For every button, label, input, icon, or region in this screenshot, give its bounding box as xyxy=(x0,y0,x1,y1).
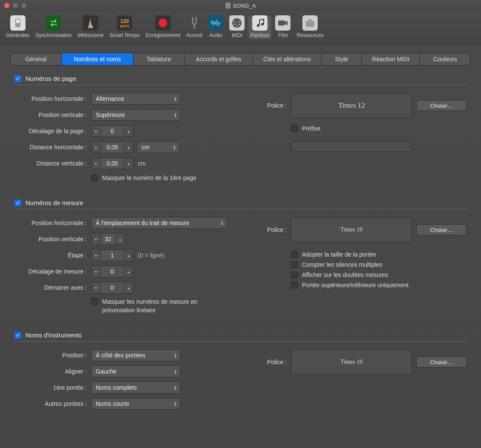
stepper-up-button[interactable]: ▴ xyxy=(115,234,125,245)
window-controls xyxy=(4,3,26,8)
page-font-display: Times 12 xyxy=(291,93,412,118)
toolbar-item-recording[interactable]: Enregistrement xyxy=(143,14,183,39)
chevron-updown-icon: ▴▾ xyxy=(174,369,176,374)
toolbar-item-audio[interactable]: Audio xyxy=(205,14,226,39)
stepper-down-button[interactable]: ▾ xyxy=(91,126,101,137)
page-unit-select[interactable]: cm ▴▾ xyxy=(137,141,179,153)
prefix-textfield[interactable] xyxy=(291,141,412,152)
sync-icon xyxy=(46,15,61,31)
instrument-names-checkbox[interactable]: ✓ xyxy=(14,332,21,339)
prefix-checkbox[interactable] xyxy=(291,125,298,132)
bar-step-stepper[interactable]: ▾ 1 ▴ xyxy=(91,249,134,261)
stepper-down-button[interactable]: ▾ xyxy=(91,282,101,293)
hide-linear-label: Masquer les numéros de mesure en présent… xyxy=(102,298,221,314)
toolbar-item-assets[interactable]: Ressources xyxy=(294,14,326,39)
tab-clefs[interactable]: Clés et altérations xyxy=(253,53,322,65)
tempo-icon: 120 AUTO xyxy=(117,15,132,31)
toolbar-item-metronome[interactable]: Métronome xyxy=(75,14,106,39)
tuning-fork-icon xyxy=(187,15,202,31)
tab-tablature[interactable]: Tablature xyxy=(134,53,185,65)
label-police: Police : xyxy=(261,226,291,233)
tab-general[interactable]: Général xyxy=(11,53,62,65)
label-dist-h: Distance horizontale : xyxy=(14,144,91,151)
close-window-button[interactable] xyxy=(4,3,9,8)
chevron-updown-icon: ▴▾ xyxy=(174,385,176,390)
toolbar-item-score[interactable]: Partition xyxy=(248,14,272,39)
label-pos-h: Position horizontale : xyxy=(14,220,91,226)
page-font-choose-button[interactable]: Choisir… xyxy=(416,100,467,111)
toolbar-item-synchronization[interactable]: Synchronisation xyxy=(33,14,74,39)
show-double-checkbox[interactable] xyxy=(291,271,298,278)
stepper-up-button[interactable]: ▴ xyxy=(124,158,133,169)
instrument-names-heading: Noms d'instruments xyxy=(26,331,82,339)
toolbar-item-smart-tempo[interactable]: 120 AUTO Smart Tempo xyxy=(107,14,142,39)
main-toolbar: Générales Synchronisation Métronome 120 … xyxy=(0,11,481,44)
page-numbers-checkbox[interactable]: ✓ xyxy=(14,75,21,82)
zoom-window-button[interactable] xyxy=(21,3,26,8)
svg-point-7 xyxy=(239,24,240,25)
page-pos-v-select[interactable]: Supérieure ▴▾ xyxy=(91,109,180,121)
page-pos-h-select[interactable]: Alternance ▴▾ xyxy=(91,93,180,105)
section-bar-numbers: ✓ Numéros de mesure Position horizontale… xyxy=(10,199,471,322)
score-icon xyxy=(252,15,268,31)
chevron-updown-icon: ▴▾ xyxy=(174,112,176,117)
toolbar-item-midi[interactable]: MIDI xyxy=(227,14,247,39)
top-bottom-checkbox[interactable] xyxy=(291,282,298,288)
page-offset-stepper[interactable]: ▾ 0 ▴ xyxy=(91,125,134,137)
camera-icon xyxy=(275,15,290,31)
chevron-updown-icon: ▴▾ xyxy=(221,220,223,225)
titlebar: SONG_A xyxy=(0,0,481,11)
stepper-down-button[interactable]: ▾ xyxy=(91,266,101,277)
tab-chords[interactable]: Accords et grilles xyxy=(185,53,253,65)
prefix-label: Préfixe xyxy=(302,125,321,132)
title-text: SONG_A xyxy=(233,3,256,9)
label-dist-v: Distance verticale : xyxy=(14,160,91,167)
instr-font-choose-button[interactable]: Choisir… xyxy=(416,357,467,368)
stepper-up-button[interactable]: ▴ xyxy=(124,266,133,277)
instr-first-staff-select[interactable]: Noms complets ▴▾ xyxy=(91,382,180,394)
tab-style[interactable]: Style xyxy=(322,53,362,65)
stepper-down-button[interactable]: ▾ xyxy=(91,142,101,153)
instr-position-select[interactable]: À côté des portées ▴▾ xyxy=(91,349,180,361)
svg-rect-11 xyxy=(278,20,285,26)
stepper-up-button[interactable]: ▴ xyxy=(124,250,133,261)
section-instrument-names: ✓ Noms d'instruments Position : À côté d… xyxy=(10,331,471,414)
content-area: Général Nombres et noms Tablature Accord… xyxy=(0,44,481,422)
minimize-window-button[interactable] xyxy=(13,3,18,8)
instr-align-select[interactable]: Gauche ▴▾ xyxy=(91,365,180,377)
svg-rect-1 xyxy=(16,20,20,23)
toolbar-item-tuning[interactable]: Accord xyxy=(184,14,205,39)
stepper-down-button[interactable]: ▾ xyxy=(91,158,101,169)
stepper-down-button[interactable]: ▾ xyxy=(91,250,101,261)
count-rests-checkbox[interactable] xyxy=(291,261,298,268)
toolbar-item-movie[interactable]: Film xyxy=(273,14,293,39)
bar-pos-h-select[interactable]: À l'emplacement du trait de mesure ▴▾ xyxy=(91,217,227,229)
label-position: Position : xyxy=(14,352,91,359)
toolbar-item-general[interactable]: Générales xyxy=(3,14,32,39)
stepper-up-button[interactable]: ▴ xyxy=(124,142,133,153)
label-first-staff: 1ère portée : xyxy=(14,384,91,391)
waveform-icon xyxy=(208,15,223,31)
show-double-label: Afficher sur les doubles mesures xyxy=(302,271,388,278)
label-page-offset: Décalage de la page : xyxy=(14,128,91,134)
hide-first-page-checkbox[interactable] xyxy=(91,174,98,181)
tab-colors[interactable]: Couleurs xyxy=(420,53,470,65)
bar-pos-v-stepper[interactable]: ▾ 32 ▴ xyxy=(91,233,125,245)
page-dist-v-stepper[interactable]: ▾ 0,05 ▴ xyxy=(91,157,134,169)
page-dist-h-stepper[interactable]: ▾ 0,05 ▴ xyxy=(91,141,134,153)
instr-other-staves-select[interactable]: Noms courts ▴▾ xyxy=(91,398,180,410)
bar-offset-stepper[interactable]: ▾ 0 ▴ xyxy=(91,265,134,277)
tab-midi-reaction[interactable]: Réaction MIDI xyxy=(362,53,420,65)
bar-start-stepper[interactable]: ▾ 0 ▴ xyxy=(91,282,134,294)
hide-linear-checkbox[interactable] xyxy=(91,298,98,305)
stepper-up-button[interactable]: ▴ xyxy=(124,282,133,293)
bar-numbers-heading: Numéros de mesure xyxy=(26,199,83,206)
bar-numbers-checkbox[interactable]: ✓ xyxy=(14,200,21,206)
step-note: (0 = ligne) xyxy=(138,252,165,259)
bar-font-choose-button[interactable]: Choisir… xyxy=(416,224,467,235)
stepper-down-button[interactable]: ▾ xyxy=(91,234,101,245)
follow-staff-checkbox[interactable] xyxy=(291,251,298,258)
label-other-staves: Autres portées : xyxy=(14,400,91,407)
stepper-up-button[interactable]: ▴ xyxy=(124,126,133,137)
tab-numbers-names[interactable]: Nombres et noms xyxy=(62,53,134,65)
